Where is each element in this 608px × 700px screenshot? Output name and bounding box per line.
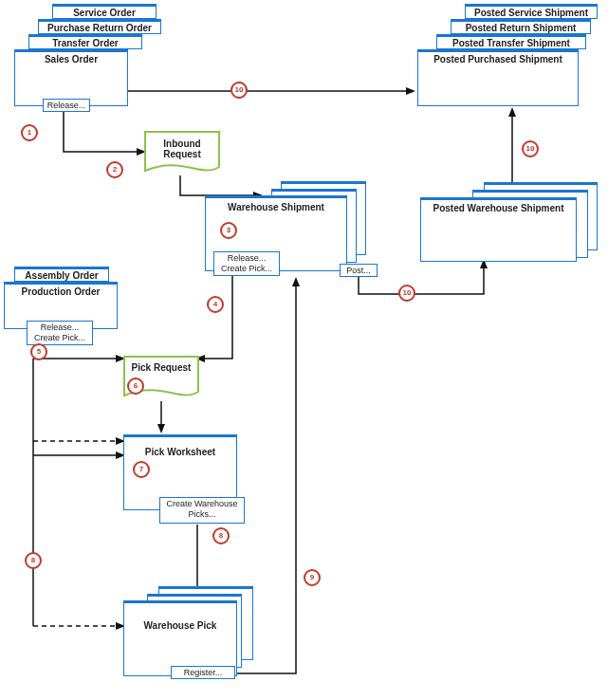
assembly-order-box: Assembly Order bbox=[14, 267, 109, 282]
pick-worksheet-label: Pick Worksheet bbox=[124, 447, 236, 458]
production-release-createpick-button[interactable]: Release... Create Pick... bbox=[27, 321, 93, 345]
assembly-order-label: Assembly Order bbox=[15, 270, 108, 282]
posted-return-shipment-box: Posted Return Shipment bbox=[451, 19, 591, 34]
ws-release-createpick-button[interactable]: Release... Create Pick... bbox=[213, 251, 280, 276]
register-button[interactable]: Register... bbox=[171, 666, 235, 679]
posted-return-shipment-label: Posted Return Shipment bbox=[451, 23, 590, 34]
badge-5: 5 bbox=[30, 343, 47, 360]
service-order-label: Service Order bbox=[53, 8, 156, 19]
posted-service-shipment-box: Posted Service Shipment bbox=[465, 4, 598, 19]
sales-order-label: Sales Order bbox=[15, 54, 127, 65]
production-order-label: Production Order bbox=[5, 286, 117, 298]
badge-6: 6 bbox=[127, 378, 144, 395]
badge-3: 3 bbox=[220, 222, 237, 239]
posted-purchased-shipment-box: Posted Purchased Shipment bbox=[417, 49, 579, 106]
badge-2: 2 bbox=[106, 161, 123, 178]
badge-10b: 10 bbox=[522, 140, 539, 157]
create-warehouse-picks-button[interactable]: Create Warehouse Picks... bbox=[159, 497, 245, 524]
pick-request-label: Pick Request bbox=[123, 362, 199, 373]
badge-10c: 10 bbox=[398, 285, 415, 302]
warehouse-pick-label: Warehouse Pick bbox=[124, 620, 236, 632]
badge-10a: 10 bbox=[230, 82, 248, 99]
purchase-return-order-box: Purchase Return Order bbox=[38, 19, 161, 34]
release-button[interactable]: Release... bbox=[43, 99, 90, 112]
diagram-stage: Service Order Purchase Return Order Tran… bbox=[0, 0, 608, 700]
posted-service-shipment-label: Posted Service Shipment bbox=[466, 8, 597, 19]
badge-1: 1 bbox=[21, 124, 38, 141]
warehouse-pick-box: Warehouse Pick bbox=[123, 600, 237, 676]
service-order-box: Service Order bbox=[52, 4, 157, 19]
purchase-return-order-label: Purchase Return Order bbox=[39, 23, 160, 34]
inbound-request-label: Inbound Request bbox=[144, 138, 220, 159]
transfer-order-box: Transfer Order bbox=[28, 34, 142, 49]
sales-order-box: Sales Order bbox=[14, 49, 128, 106]
posted-warehouse-shipment-box: Posted Warehouse Shipment bbox=[420, 197, 577, 262]
posted-purchased-shipment-label: Posted Purchased Shipment bbox=[418, 54, 578, 65]
posted-transfer-shipment-box: Posted Transfer Shipment bbox=[436, 34, 586, 49]
ws-post-button[interactable]: Post... bbox=[340, 264, 378, 277]
badge-8a: 8 bbox=[212, 527, 230, 544]
transfer-order-label: Transfer Order bbox=[29, 38, 141, 49]
posted-transfer-shipment-label: Posted Transfer Shipment bbox=[437, 38, 585, 49]
badge-8b: 8 bbox=[25, 552, 42, 569]
badge-7: 7 bbox=[133, 461, 150, 478]
badge-9: 9 bbox=[304, 569, 321, 586]
warehouse-shipment-label: Warehouse Shipment bbox=[206, 202, 346, 213]
posted-warehouse-shipment-label: Posted Warehouse Shipment bbox=[421, 203, 576, 214]
badge-4: 4 bbox=[207, 296, 224, 313]
